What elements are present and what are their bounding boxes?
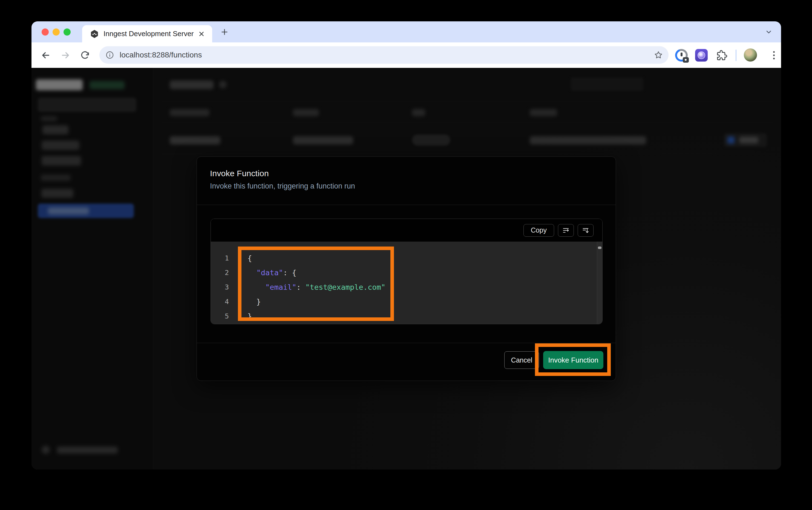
window-minimize-button[interactable]: [53, 28, 60, 36]
line-number-gutter: 1 2 3 4 5: [211, 242, 238, 324]
window-close-button[interactable]: [41, 28, 49, 36]
annotation-rect-code: [238, 246, 394, 321]
tab-close-icon[interactable]: [197, 30, 206, 38]
bookmark-star-icon[interactable]: [654, 50, 663, 60]
profile-avatar[interactable]: [744, 49, 757, 62]
screenshot-canvas: Inngest Development Server: [0, 0, 812, 510]
browser-toolbar: localhost:8288/functions: [31, 42, 781, 68]
url-bar[interactable]: localhost:8288/functions: [99, 46, 669, 64]
tab-title: Inngest Development Server: [104, 30, 197, 38]
browser-window: Inngest Development Server: [31, 21, 781, 470]
copy-button[interactable]: Copy: [523, 224, 554, 237]
invoke-function-modal: Invoke Function Invoke this function, tr…: [197, 156, 616, 381]
forward-button[interactable]: [60, 50, 71, 61]
format-json-icon[interactable]: [578, 224, 593, 237]
modal-header: Invoke Function Invoke this function, tr…: [197, 157, 616, 205]
onepassword-extension-icon[interactable]: [675, 49, 688, 62]
url-input[interactable]: localhost:8288/functions: [120, 51, 654, 59]
inngest-page: Invoke Function Invoke this function, tr…: [31, 68, 781, 470]
inngest-favicon-icon: [90, 29, 99, 38]
new-tab-button[interactable]: [220, 27, 229, 37]
reload-button[interactable]: [80, 50, 91, 61]
modal-title: Invoke Function: [210, 169, 603, 178]
toolbar-separator: [735, 50, 736, 61]
window-zoom-button[interactable]: [63, 28, 70, 36]
word-wrap-icon[interactable]: [558, 224, 574, 237]
editor-scrollbar[interactable]: [597, 242, 602, 324]
extensions-puzzle-icon[interactable]: [715, 49, 728, 62]
browser-tab[interactable]: Inngest Development Server: [82, 25, 212, 42]
site-info-icon[interactable]: [106, 51, 114, 59]
scrollbar-thumb[interactable]: [598, 246, 602, 249]
modal-subtitle: Invoke this function, triggering a funct…: [210, 182, 603, 190]
cancel-button[interactable]: Cancel: [504, 351, 539, 369]
editor-toolbar: Copy: [211, 219, 602, 242]
browser-menu-icon[interactable]: [768, 49, 780, 62]
tab-strip: Inngest Development Server: [31, 21, 781, 42]
purple-extension-icon[interactable]: [695, 49, 708, 62]
annotation-rect-invoke-button: [535, 343, 611, 376]
chevron-down-icon[interactable]: [765, 28, 773, 36]
back-button[interactable]: [40, 50, 51, 61]
